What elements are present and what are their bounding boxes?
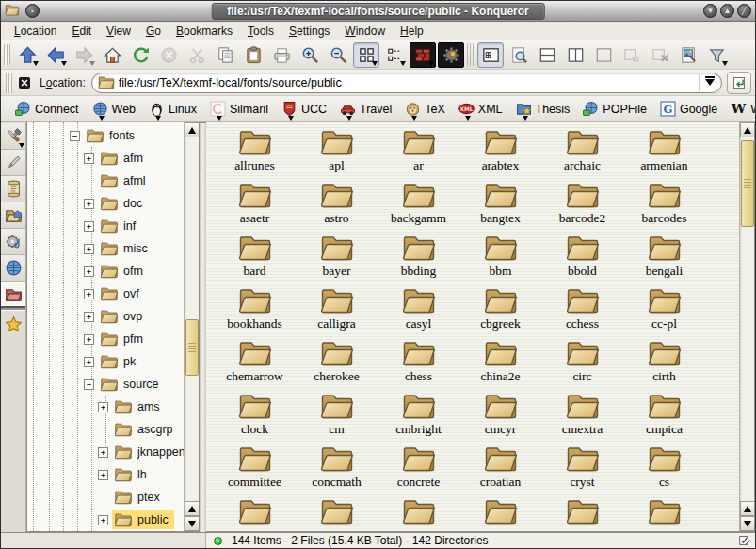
menu-location[interactable]: Location xyxy=(7,23,64,40)
tree-scroll-down-button[interactable] xyxy=(185,516,200,531)
folder-calligra[interactable]: calligra xyxy=(296,286,378,339)
menu-go[interactable]: Go xyxy=(138,23,169,40)
tree-item-ovp[interactable]: +ovp xyxy=(27,305,184,328)
folder-chess[interactable]: chess xyxy=(378,339,459,392)
toolbar-handle[interactable] xyxy=(4,44,10,65)
folder-arabtex[interactable]: arabtex xyxy=(459,128,541,181)
tree-scrollbar-thumb[interactable] xyxy=(185,319,199,376)
folder-cbgreek[interactable]: cbgreek xyxy=(459,286,541,339)
home-button[interactable] xyxy=(99,42,125,68)
tree-expander[interactable]: + xyxy=(98,470,108,480)
bookmark-wikipedia[interactable]: WWikipedia xyxy=(724,98,756,121)
tree-item-fonts[interactable]: −fonts xyxy=(27,124,184,147)
bookmark-linux[interactable]: Linux xyxy=(142,98,203,121)
tree-expander[interactable]: + xyxy=(84,334,94,345)
menu-edit[interactable]: Edit xyxy=(64,23,99,40)
tree-item-doc[interactable]: +doc xyxy=(27,192,184,215)
folder-cchess[interactable]: cchess xyxy=(541,286,623,339)
zoom-in-button[interactable] xyxy=(297,42,323,68)
clear-location-button[interactable] xyxy=(17,73,36,92)
folder-concmath[interactable]: concmath xyxy=(296,444,378,497)
tree-item-ofm[interactable]: +ofm xyxy=(27,260,184,283)
folder-bangtex[interactable]: bangtex xyxy=(459,181,541,234)
tree-item-lh[interactable]: +lh xyxy=(27,463,184,486)
menu-tools[interactable]: Tools xyxy=(240,23,281,40)
folder-partial[interactable] xyxy=(459,497,541,532)
tree-scroll-up-button[interactable] xyxy=(185,122,200,137)
bookmark-connect[interactable]: Connect xyxy=(8,98,86,121)
sidebar-tab-history[interactable] xyxy=(1,176,25,202)
sidebar-tab-configure[interactable] xyxy=(1,123,25,150)
view-scrollbar-thumb[interactable] xyxy=(741,140,754,227)
folder-concrete[interactable]: concrete xyxy=(378,444,459,497)
split-view-left-right-button[interactable] xyxy=(562,42,588,68)
location-input[interactable] xyxy=(115,76,699,89)
folder-bayer[interactable]: bayer xyxy=(296,234,378,286)
titlebar[interactable]: • file:/usr/TeX/texmf-local/fonts/source… xyxy=(1,1,755,22)
folder-icon-view[interactable]: allrunesaplararabtexarchaicarmenianasaet… xyxy=(206,122,755,532)
folder-bard[interactable]: bard xyxy=(214,234,296,286)
folder-cmpica[interactable]: cmpica xyxy=(623,392,705,444)
folder-cmcyr[interactable]: cmcyr xyxy=(459,392,541,444)
folder-allrunes[interactable]: allrunes xyxy=(214,128,296,181)
folder-partial[interactable] xyxy=(623,497,705,532)
folder-bbm[interactable]: bbm xyxy=(459,234,541,286)
folder-committee[interactable]: committee xyxy=(214,444,296,497)
folder-cmbright[interactable]: cmbright xyxy=(378,392,459,444)
folder-casyl[interactable]: casyl xyxy=(378,286,459,339)
folder-cmextra[interactable]: cmextra xyxy=(541,392,623,444)
tree-scrollbar[interactable] xyxy=(184,122,199,531)
folder-bookhands[interactable]: bookhands xyxy=(214,286,296,339)
tree-item-pfm[interactable]: +pfm xyxy=(27,328,184,350)
folder-cc-pl[interactable]: cc-pl xyxy=(623,286,705,339)
tree-item-source[interactable]: −source xyxy=(27,373,184,396)
reload-button[interactable] xyxy=(127,42,153,68)
remove-active-view-button[interactable] xyxy=(590,42,617,68)
tree-expander[interactable]: + xyxy=(98,402,108,412)
tree-item-afm[interactable]: +afm xyxy=(27,147,184,170)
close-tab-button[interactable] xyxy=(647,42,673,68)
tree-expander[interactable]: + xyxy=(84,199,94,209)
folder-chemarrow[interactable]: chemarrow xyxy=(214,339,296,392)
forward-button[interactable] xyxy=(71,42,97,68)
bookmark-popfile[interactable]: POPFile xyxy=(576,98,653,121)
back-button[interactable] xyxy=(42,42,69,68)
close-button[interactable]: ╱ xyxy=(737,4,751,18)
tree-scroll-up2-button[interactable] xyxy=(185,501,200,516)
menu-help[interactable]: Help xyxy=(393,23,431,40)
zoom-out-button[interactable] xyxy=(325,42,351,68)
tree-expander[interactable]: + xyxy=(98,447,108,458)
tree-expander[interactable]: + xyxy=(84,221,94,232)
new-tab-button[interactable] xyxy=(619,42,645,68)
sidebar-tab-network[interactable] xyxy=(1,255,25,282)
folder-china2e[interactable]: china2e xyxy=(459,339,541,392)
bookmark-google[interactable]: GGoogle xyxy=(653,98,724,121)
maximize-button[interactable]: ▲ xyxy=(720,4,734,18)
show-navigation-panel-button[interactable] xyxy=(477,42,504,68)
folder-partial[interactable] xyxy=(296,497,378,532)
folder-cherokee[interactable]: cherokee xyxy=(296,339,378,392)
copy-button[interactable] xyxy=(212,42,238,68)
menu-settings[interactable]: Settings xyxy=(281,23,337,40)
bricks-view-button[interactable] xyxy=(410,42,436,68)
folder-bbold[interactable]: bbold xyxy=(541,234,623,286)
tree-expander[interactable]: − xyxy=(84,379,94,390)
folder-circ[interactable]: circ xyxy=(541,339,623,392)
icon-view-button[interactable] xyxy=(353,42,379,68)
list-view-button[interactable] xyxy=(381,42,408,68)
folder-clock[interactable]: clock xyxy=(214,392,296,444)
tree-expander[interactable]: − xyxy=(70,131,80,141)
minimize-button[interactable]: ▼ xyxy=(703,4,717,18)
menu-view[interactable]: View xyxy=(99,23,138,40)
folder-partial[interactable] xyxy=(378,497,459,532)
view-link-checkbox-icon[interactable] xyxy=(738,534,751,547)
tree-expander[interactable]: + xyxy=(84,244,94,254)
sidebar-tab-bookmarks[interactable] xyxy=(1,311,25,337)
view-scroll-down-button[interactable] xyxy=(740,516,755,531)
bookmark-silmaril[interactable]: Silmaril xyxy=(203,98,275,121)
tree-item-ascgrp[interactable]: +ascgrp xyxy=(27,418,184,441)
folder-barcodes[interactable]: barcodes xyxy=(623,181,705,234)
show-images-button[interactable] xyxy=(675,42,701,68)
tree-item-ovf[interactable]: +ovf xyxy=(27,283,184,305)
folder-cs[interactable]: cs xyxy=(623,444,705,497)
